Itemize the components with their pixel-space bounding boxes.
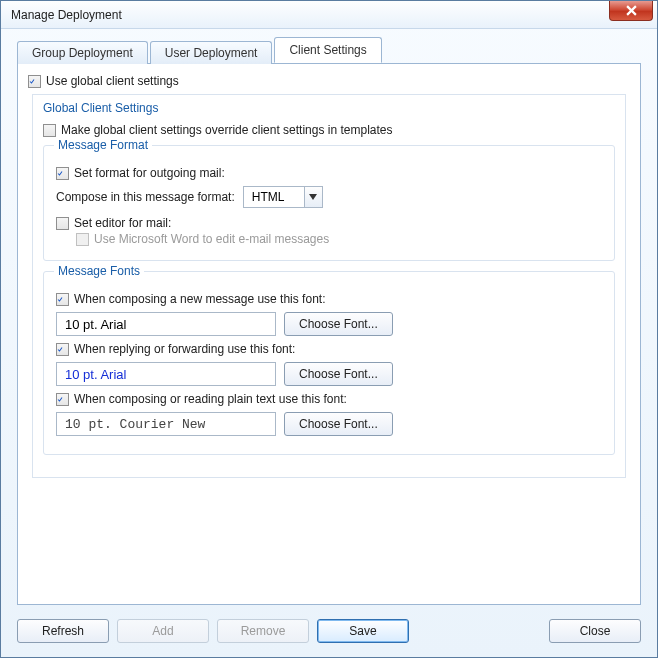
window-title: Manage Deployment [11,8,122,22]
compose-font-checkbox[interactable] [56,293,69,306]
global-settings-title: Global Client Settings [43,101,615,115]
button-bar: Refresh Add Remove Save Close [1,609,657,657]
panel-client-settings: Use global client settings Global Client… [17,63,641,605]
use-word-label: Use Microsoft Word to edit e-mail messag… [94,232,329,246]
set-editor-label: Set editor for mail: [74,216,171,230]
override-row: Make global client settings override cli… [43,123,615,137]
check-icon [57,168,63,179]
remove-button: Remove [217,619,309,643]
add-button: Add [117,619,209,643]
set-format-row: Set format for outgoing mail: [56,166,602,180]
override-checkbox[interactable] [43,124,56,137]
message-fonts-legend: Message Fonts [54,264,144,278]
use-global-row: Use global client settings [28,74,630,88]
reply-font-label: When replying or forwarding use this fon… [74,342,295,356]
close-icon [626,5,637,16]
plain-font-display-row: 10 pt. Courier New Choose Font... [56,412,602,436]
check-icon [29,76,35,87]
set-editor-checkbox[interactable] [56,217,69,230]
close-button[interactable]: Close [549,619,641,643]
use-global-checkbox[interactable] [28,75,41,88]
compose-format-row: Compose in this message format: HTML [56,186,602,208]
reply-font-checkbox[interactable] [56,343,69,356]
set-format-label: Set format for outgoing mail: [74,166,225,180]
check-icon [57,394,63,405]
use-word-checkbox [76,233,89,246]
reply-font-display-row: 10 pt. Arial Choose Font... [56,362,602,386]
message-fonts-group: Message Fonts When composing a new messa… [43,271,615,455]
plain-font-row: When composing or reading plain text use… [56,392,602,406]
refresh-button[interactable]: Refresh [17,619,109,643]
tab-strip: Group Deployment User Deployment Client … [17,39,641,63]
choose-font-compose-button[interactable]: Choose Font... [284,312,393,336]
window-close-button[interactable] [609,1,653,21]
reply-font-display: 10 pt. Arial [56,362,276,386]
override-label: Make global client settings override cli… [61,123,393,137]
check-icon [57,344,63,355]
message-format-group: Message Format Set format for outgoing m… [43,145,615,261]
global-settings-panel: Global Client Settings Make global clien… [32,94,626,478]
use-global-label: Use global client settings [46,74,179,88]
dialog-window: Manage Deployment Group Deployment User … [0,0,658,658]
compose-font-display: 10 pt. Arial [56,312,276,336]
compose-format-value: HTML [244,190,304,204]
plain-font-label: When composing or reading plain text use… [74,392,347,406]
check-icon [57,294,63,305]
save-button[interactable]: Save [317,619,409,643]
tab-client-settings[interactable]: Client Settings [274,37,381,63]
plain-font-checkbox[interactable] [56,393,69,406]
use-word-row: Use Microsoft Word to edit e-mail messag… [76,232,602,246]
plain-font-display: 10 pt. Courier New [56,412,276,436]
reply-font-row: When replying or forwarding use this fon… [56,342,602,356]
choose-font-plain-button[interactable]: Choose Font... [284,412,393,436]
titlebar: Manage Deployment [1,1,657,29]
compose-format-label: Compose in this message format: [56,190,235,204]
tab-group-deployment[interactable]: Group Deployment [17,41,148,64]
dropdown-arrow [304,187,322,207]
compose-font-label: When composing a new message use this fo… [74,292,325,306]
chevron-down-icon [309,194,317,200]
message-format-legend: Message Format [54,138,152,152]
choose-font-reply-button[interactable]: Choose Font... [284,362,393,386]
compose-font-display-row: 10 pt. Arial Choose Font... [56,312,602,336]
compose-format-dropdown[interactable]: HTML [243,186,323,208]
set-editor-row: Set editor for mail: [56,216,602,230]
compose-font-row: When composing a new message use this fo… [56,292,602,306]
tab-user-deployment[interactable]: User Deployment [150,41,273,64]
set-format-checkbox[interactable] [56,167,69,180]
content-area: Group Deployment User Deployment Client … [1,29,657,609]
